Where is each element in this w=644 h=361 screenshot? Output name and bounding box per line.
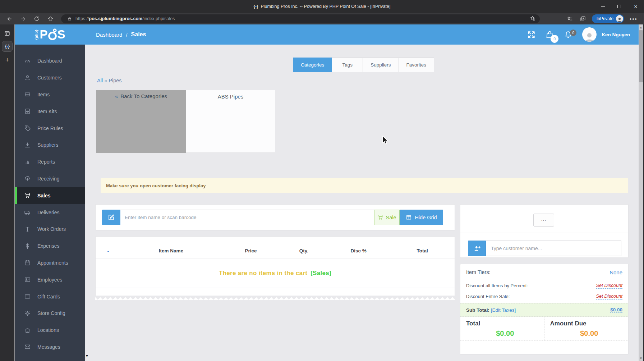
cart-column-qty: Qty. [280,248,327,253]
tab-favorites[interactable]: Favorites [399,58,434,72]
register-badge: 0 [551,35,558,43]
set-discount-sale-link[interactable]: Set Discount [596,293,622,300]
scrollbar-up-icon[interactable]: ▲ [639,25,643,30]
logo-prefix: {php} [34,29,38,40]
fullscreen-icon[interactable] [527,31,535,39]
sidebar-item-locations[interactable]: Locations [15,322,85,339]
forward-icon[interactable] [18,14,28,23]
work-orders-icon [24,225,31,233]
item-tiers-value[interactable]: None [610,269,622,275]
collections-icon[interactable] [578,14,588,23]
sidebar-item-more[interactable] [15,355,85,361]
manual-entry-button[interactable] [102,210,120,225]
maximize-button[interactable] [611,0,627,13]
customer-search-input[interactable] [486,241,621,256]
cart-card: -Item NamePriceQty.Disc %Total There are… [95,236,455,296]
user-menu[interactable]: Ken Nguyen [582,27,630,42]
sidebar-item-gift-cards[interactable]: Gift Cards [15,288,85,305]
browser-menu-icon[interactable]: ••• [627,16,640,22]
app-sidebar: DashboardCustomersItemsItem KitsPrice Ru… [15,45,85,361]
set-discount-items-link[interactable]: Set Discount [596,283,622,289]
category-breadcrumb: All » Pipes [97,78,122,83]
address-bar[interactable]: https://pos.sjplumbingpros.com/index.php… [61,14,540,23]
window-title: Plumbing Pros Inc. -- Powered By PHP Poi… [261,4,390,9]
page-title: Sales [131,31,146,38]
sidebar-item-customers[interactable]: Customers [15,69,85,86]
home-icon[interactable] [45,14,55,23]
sidebar-item-item-kits[interactable]: Item Kits [15,103,85,120]
url-domain: pos.sjplumbingpros.com [89,16,143,21]
breadcrumb-dashboard[interactable]: Dashboard [96,32,122,38]
scrollbar-down-icon[interactable]: ▼ [639,356,643,361]
more-actions-button[interactable]: ... [533,214,554,227]
cart-column-total: Total [390,248,455,253]
sidebar-item-appointments[interactable]: Appointments [15,255,85,271]
notifications-bell-icon[interactable]: 0 [564,30,572,39]
main-content: CategoriesTagsSuppliersFavorites All » P… [85,45,639,361]
category-breadcrumb-current[interactable]: Pipes [109,78,121,83]
sidebar-item-store-config[interactable]: Store Config [15,305,85,322]
sidebar-item-reports[interactable]: Reports [15,154,85,170]
total-cell: Total $0.00 [460,317,544,341]
sale-mode-button[interactable]: Sale [374,210,400,225]
phppos-logo[interactable]: {php} P S [15,28,85,41]
add-customer-button[interactable] [468,241,486,256]
sidebar-item-expenses[interactable]: Expenses [15,238,85,255]
divider [460,233,628,233]
vertical-tabs-rail: {●} + [0,24,15,361]
app-header: {php} P S Dashboard / Sales [15,24,639,45]
back-to-categories-tile[interactable]: «Back To Categories [96,90,186,153]
edit-pencil-icon [107,214,115,221]
tab-suppliers[interactable]: Suppliers [363,58,399,72]
person-plus-icon [473,245,481,252]
sidebar-item-label: Appointments [37,260,68,266]
sidebar-item-label: Receiving [37,176,59,182]
back-icon[interactable] [4,14,14,23]
page-scrollbar[interactable]: ▲ ▼ [639,24,643,361]
subtotal-value[interactable]: $0.00 [610,307,622,313]
back-arrow: « [115,93,118,99]
amount-due-label: Amount Due [550,320,629,327]
register-bag-icon[interactable]: 0 [545,30,554,39]
add-favorite-icon[interactable] [530,15,535,22]
appointments-icon [24,259,31,266]
sidebar-item-suppliers[interactable]: Suppliers [15,137,85,154]
new-tab-icon[interactable]: + [3,55,12,65]
sidebar-item-messages[interactable]: Messages [15,339,85,356]
refresh-icon[interactable] [32,14,42,23]
favorites-bar-icon[interactable] [565,14,575,23]
active-tab-icon[interactable]: {●} [2,41,13,52]
tab-categories[interactable]: Categories [293,58,332,72]
sidebar-item-employees[interactable]: Employees [15,271,85,288]
tab-tags[interactable]: Tags [332,58,363,72]
item-search-input[interactable] [120,210,374,225]
amount-due-cell: Amount Due $0.00 [544,317,629,341]
lock-icon[interactable] [65,14,73,23]
minimize-button[interactable] [594,0,611,13]
scrollbar-thumb[interactable] [639,30,643,82]
close-button[interactable]: ✕ [627,0,644,13]
hide-grid-button[interactable]: Hide Grid [400,210,443,225]
url-scheme: https:// [75,16,89,21]
category-breadcrumb-all[interactable]: All [97,78,103,83]
scroll-down-indicator[interactable]: ▼ [85,354,89,358]
category-tile-abs-pipes[interactable]: ABS Pipes [186,90,275,153]
cart-column-price: Price [221,248,281,253]
sidebar-item-label: Suppliers [37,142,58,148]
sidebar-item-items[interactable]: Items [15,86,85,103]
sidebar-item-label: Gift Cards [37,294,60,300]
sidebar-item-sales[interactable]: Sales [15,187,85,204]
sidebar-item-price-rules[interactable]: Price Rules [15,120,85,137]
cart-table-header: -Item NamePriceQty.Disc %Total [96,237,455,259]
sidebar-item-receiving[interactable]: Receiving [15,170,85,187]
item-tiers-label: Item Tiers: [466,269,491,275]
tab-actions-icon[interactable] [3,29,12,38]
sidebar-item-work-orders[interactable]: Work Orders [15,221,85,238]
sidebar-item-dashboard[interactable]: Dashboard [15,52,85,69]
suppliers-icon [24,141,31,148]
sidebar-item-deliveries[interactable]: Deliveries [15,204,85,221]
edit-taxes-link[interactable]: [Edit Taxes] [491,307,516,313]
inprivate-badge[interactable]: InPrivate [592,14,624,23]
sale-input-card: Sale Hide Grid [95,204,455,230]
window-titlebar: {●} Plumbing Pros Inc. -- Powered By PHP… [0,0,644,13]
